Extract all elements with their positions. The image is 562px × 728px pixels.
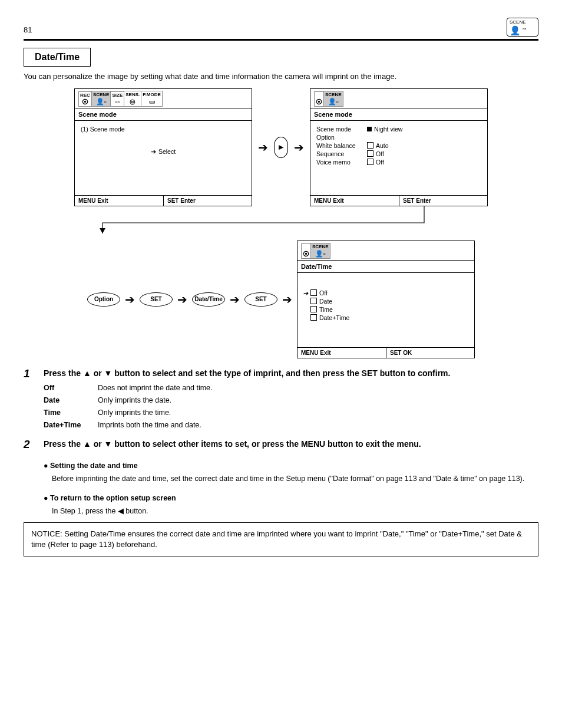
path-pill: Date/Time bbox=[192, 292, 225, 307]
screen-flow-top: REC⦿ SCENE👤▫ SIZE▫▫ SENS.◎ P.MODE▭ Scene… bbox=[24, 88, 538, 206]
step-2: 2 Press the ▲ or ▼ button to select othe… bbox=[24, 439, 538, 450]
flow-connector bbox=[94, 206, 459, 238]
arrow-right-icon: ➔ bbox=[230, 292, 240, 307]
scene-icon: 👤▫ bbox=[328, 98, 339, 106]
arrow-right-icon: ➔ bbox=[282, 292, 292, 307]
note-return: ● To return to the option setup screen I… bbox=[44, 493, 538, 516]
path-pill: Option bbox=[87, 292, 120, 307]
scene-icon: 👤▫ bbox=[96, 98, 107, 106]
step-1: 1 Press the ▲ or ▼ button to select and … bbox=[24, 368, 538, 431]
intro-text: You can personalize the image by setting… bbox=[24, 71, 538, 83]
header-rule bbox=[24, 39, 538, 41]
person-icon: 👤 bbox=[510, 26, 521, 35]
step-heading: Press the ▲ or ▼ button to select other … bbox=[44, 439, 421, 450]
screen-a: REC⦿ SCENE👤▫ SIZE▫▫ SENS.◎ P.MODE▭ Scene… bbox=[74, 88, 252, 206]
nav-path: Option ➔ SET ➔ Date/Time ➔ SET ➔ ⦿ SCENE… bbox=[24, 241, 538, 358]
arrow-right-icon: ➔ bbox=[125, 292, 135, 307]
rec-icon: ⦿ bbox=[316, 98, 322, 106]
sens-icon: ◎ bbox=[130, 98, 135, 106]
screen-c: ⦿ SCENE👤▫ Date/Time ➔ Off Date Time Date… bbox=[297, 241, 475, 358]
rec-icon: ⦿ bbox=[82, 98, 88, 106]
option-list: OffDoes not imprint the date and time. D… bbox=[44, 383, 538, 431]
rec-icon: ⦿ bbox=[303, 251, 309, 258]
right-button[interactable]: ▶ bbox=[274, 137, 288, 158]
screen-b-title: Scene mode bbox=[310, 108, 487, 121]
cursor-icon: ➔ bbox=[303, 289, 308, 297]
screen-a-title: Scene mode bbox=[75, 108, 252, 121]
size-icon: ▫▫ bbox=[115, 98, 120, 106]
step-number: 2 bbox=[24, 439, 38, 450]
step-number: 1 bbox=[24, 368, 38, 379]
page-number: 81 bbox=[24, 25, 32, 34]
path-pill: SET bbox=[244, 292, 277, 307]
note-set-datetime: ● Setting the date and time Before impri… bbox=[44, 460, 538, 484]
arrow-right-icon: ➔ bbox=[294, 140, 304, 154]
arrow-right-icon: ➔ bbox=[177, 292, 187, 307]
notice-box: NOTICE: Setting Date/Time ensures the co… bbox=[24, 522, 538, 556]
cursor-icon bbox=[367, 127, 372, 131]
section-title: Date/Time bbox=[24, 48, 91, 67]
step-heading: Press the ▲ or ▼ button to select and se… bbox=[44, 368, 450, 379]
screen-c-title: Date/Time bbox=[297, 261, 474, 273]
path-pill: SET bbox=[140, 292, 173, 307]
arrow-right-icon: ➔ bbox=[258, 140, 268, 154]
scene-icon: 👤▫ bbox=[315, 250, 326, 258]
screen-b: ⦿ SCENE👤▫ Scene mode Scene mode Night vi… bbox=[310, 88, 488, 206]
pmode-icon: ▭ bbox=[149, 98, 155, 106]
scene-mode-tab-icon: SCENE 👤 ▫▫ bbox=[507, 18, 538, 37]
